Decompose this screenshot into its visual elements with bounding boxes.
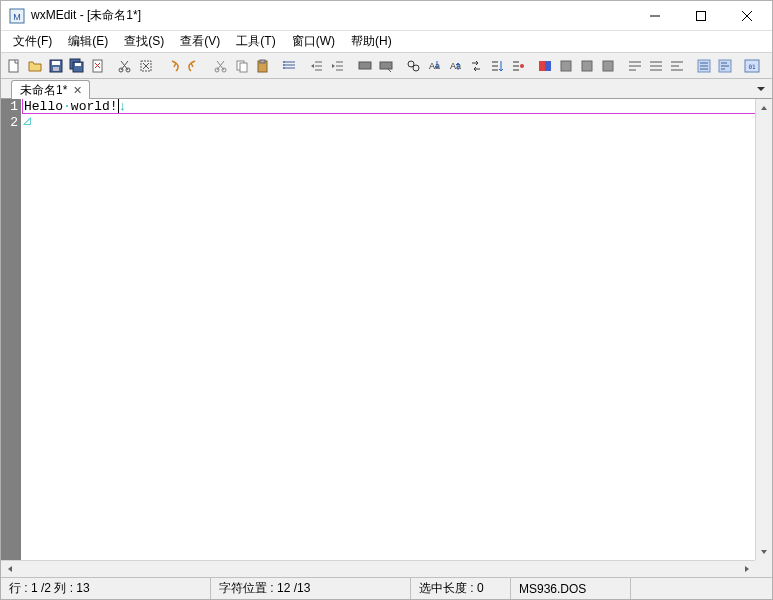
text-content[interactable]: Hello·world!↓ ◿ <box>21 99 755 560</box>
svg-rect-6 <box>9 60 18 72</box>
scroll-track[interactable] <box>18 561 738 577</box>
scroll-right-icon[interactable] <box>738 561 755 577</box>
svg-rect-3 <box>697 11 706 20</box>
indent-icon[interactable] <box>328 56 348 76</box>
line-gutter: 1 2 <box>1 99 21 560</box>
scroll-track[interactable] <box>756 116 772 543</box>
status-spacer <box>631 578 772 599</box>
svg-point-46 <box>413 65 419 71</box>
new-file-icon[interactable] <box>4 56 24 76</box>
window-controls <box>632 1 770 31</box>
copy-icon[interactable] <box>232 56 252 76</box>
svg-rect-44 <box>380 62 392 69</box>
svg-rect-55 <box>603 61 613 71</box>
menu-view[interactable]: 查看(V) <box>172 31 228 52</box>
svg-rect-9 <box>53 67 59 71</box>
wrap-icon[interactable] <box>625 56 645 76</box>
goto-icon[interactable] <box>508 56 528 76</box>
comment-icon[interactable] <box>355 56 375 76</box>
redo-icon[interactable] <box>184 56 204 76</box>
scroll-down-icon[interactable] <box>756 543 772 560</box>
find-prev-icon[interactable]: Aa <box>445 56 465 76</box>
text-line[interactable]: ◿ <box>23 113 755 129</box>
svg-rect-30 <box>260 60 265 63</box>
save-file-icon[interactable] <box>46 56 66 76</box>
svg-point-50 <box>520 64 524 68</box>
statusbar: 行 : 1 /2 列 : 13 字符位置 : 12 /13 选中长度 : 0 M… <box>1 577 772 599</box>
svg-point-34 <box>283 61 285 63</box>
hex-icon[interactable]: 01 <box>742 56 762 76</box>
svg-rect-52 <box>545 61 551 71</box>
tab-label: 未命名1* <box>20 82 67 99</box>
close-button[interactable] <box>724 1 770 31</box>
delete-icon[interactable] <box>136 56 156 76</box>
undo-icon[interactable] <box>163 56 183 76</box>
maximize-button[interactable] <box>678 1 724 31</box>
svg-line-47 <box>413 66 414 67</box>
bookmark-icon[interactable] <box>535 56 555 76</box>
replace-icon[interactable] <box>466 56 486 76</box>
menu-search[interactable]: 查找(S) <box>116 31 172 52</box>
menubar: 文件(F) 编辑(E) 查找(S) 查看(V) 工具(T) 窗口(W) 帮助(H… <box>1 31 772 53</box>
next-bm-icon[interactable] <box>577 56 597 76</box>
tab-close-icon[interactable]: ✕ <box>71 85 83 97</box>
menu-help[interactable]: 帮助(H) <box>343 31 400 52</box>
prev-bm-icon[interactable] <box>598 56 618 76</box>
menu-edit[interactable]: 编辑(E) <box>60 31 116 52</box>
eol-marker: ↓ <box>119 99 127 114</box>
scroll-up-icon[interactable] <box>756 99 772 116</box>
toolbar: Aa Aa 01 <box>1 53 772 79</box>
replace-all-icon[interactable] <box>487 56 507 76</box>
mode2-icon[interactable] <box>715 56 735 76</box>
indent-list-icon[interactable] <box>280 56 300 76</box>
svg-point-36 <box>283 67 285 69</box>
status-charpos: 字符位置 : 12 /13 <box>211 578 411 599</box>
scroll-corner <box>755 560 772 577</box>
svg-text:01: 01 <box>748 63 756 70</box>
menu-tools[interactable]: 工具(T) <box>228 31 283 52</box>
paste-icon[interactable] <box>253 56 273 76</box>
svg-rect-28 <box>240 63 247 72</box>
minimize-button[interactable] <box>632 1 678 31</box>
editor-area: 1 2 Hello·world!↓ ◿ <box>1 99 772 577</box>
editor[interactable]: 1 2 Hello·world!↓ ◿ <box>1 99 755 560</box>
horizontal-scrollbar[interactable] <box>1 560 755 577</box>
svg-point-35 <box>283 64 285 66</box>
cut2-icon[interactable] <box>211 56 231 76</box>
svg-text:Aa: Aa <box>450 61 461 71</box>
close-file-icon[interactable] <box>88 56 108 76</box>
mode1-icon[interactable] <box>694 56 714 76</box>
app-icon: M <box>9 8 25 24</box>
status-encoding: MS936.DOS <box>511 578 631 599</box>
status-position: 行 : 1 /2 列 : 13 <box>1 578 211 599</box>
scroll-left-icon[interactable] <box>1 561 18 577</box>
vertical-scrollbar[interactable] <box>755 99 772 560</box>
menu-file[interactable]: 文件(F) <box>5 31 60 52</box>
save-all-icon[interactable] <box>67 56 87 76</box>
toggle-bm-icon[interactable] <box>556 56 576 76</box>
find-next-icon[interactable]: Aa <box>424 56 444 76</box>
tab-dropdown-icon[interactable] <box>754 82 768 96</box>
outdent-icon[interactable] <box>307 56 327 76</box>
tabbar: 未命名1* ✕ <box>1 79 772 99</box>
wrap2-icon[interactable] <box>646 56 666 76</box>
eof-marker: ◿ <box>23 113 31 128</box>
svg-rect-43 <box>359 62 371 69</box>
titlebar: M wxMEdit - [未命名1*] <box>1 1 772 31</box>
wrap3-icon[interactable] <box>667 56 687 76</box>
uncomment-icon[interactable] <box>376 56 396 76</box>
menu-window[interactable]: 窗口(W) <box>284 31 343 52</box>
window-title: wxMEdit - [未命名1*] <box>31 7 632 24</box>
cut-icon[interactable] <box>115 56 135 76</box>
svg-rect-51 <box>539 61 545 71</box>
line-text: Hello·world! <box>24 99 118 114</box>
svg-rect-53 <box>561 61 571 71</box>
tab-file-1[interactable]: 未命名1* ✕ <box>11 80 90 99</box>
line-number: 1 <box>1 99 18 115</box>
svg-rect-12 <box>75 63 81 66</box>
svg-rect-54 <box>582 61 592 71</box>
open-file-icon[interactable] <box>25 56 45 76</box>
text-line[interactable]: Hello·world!↓ <box>22 99 755 114</box>
find-icon[interactable] <box>403 56 423 76</box>
line-number: 2 <box>1 115 18 131</box>
